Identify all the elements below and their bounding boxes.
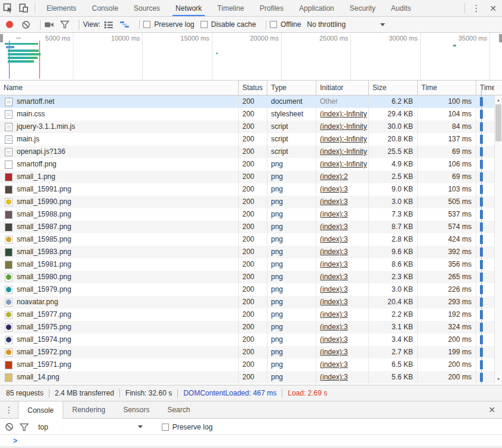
tab-sources[interactable]: Sources xyxy=(126,0,168,16)
initiator-link[interactable]: (index):2 xyxy=(320,172,348,181)
table-row[interactable]: small_15980.png200png(index):32.3 KB265 … xyxy=(0,271,494,283)
initiator-link[interactable]: (index):3 xyxy=(320,373,348,381)
drawer-close-icon[interactable]: ✕ xyxy=(482,401,502,418)
initiator-link[interactable]: (index):-Infinity xyxy=(320,135,367,143)
console-filter-icon[interactable] xyxy=(20,423,29,431)
throttling-select[interactable]: No throttling xyxy=(307,20,385,29)
table-row[interactable]: small_15990.png200png(index):33.0 KB505 … xyxy=(0,196,494,208)
initiator-link[interactable]: (index):3 xyxy=(320,323,348,331)
initiator-link[interactable]: (index):3 xyxy=(320,260,348,268)
clear-icon[interactable] xyxy=(21,20,30,29)
initiator-link[interactable]: (index):-Infinity xyxy=(320,147,367,156)
table-row[interactable]: small_14.png200png(index):35.6 KB200 ms xyxy=(0,371,494,384)
column-header-timeline[interactable]: Timeline xyxy=(476,81,494,95)
disable-cache-checkbox[interactable]: Disable cache xyxy=(201,20,256,29)
time-cell: 103 ms xyxy=(418,183,476,196)
tab-elements[interactable]: Elements xyxy=(39,0,84,16)
scroll-down-icon[interactable]: ▼ xyxy=(495,375,502,383)
column-header-status[interactable]: Status xyxy=(239,81,267,95)
tab-application[interactable]: Application xyxy=(291,0,342,16)
table-row[interactable]: small_15987.png200png(index):38.7 KB574 … xyxy=(0,221,494,233)
overview-strip[interactable]: 5000 ms10000 ms15000 ms20000 ms25000 ms3… xyxy=(0,33,502,81)
column-header-size[interactable]: Size xyxy=(369,81,418,95)
drawer-tab-rendering[interactable]: Rendering xyxy=(63,401,114,418)
column-header-name[interactable]: Name xyxy=(0,81,239,95)
preserve-log-checkbox[interactable]: Preserve log xyxy=(143,20,194,29)
checkbox[interactable] xyxy=(270,21,277,28)
table-row[interactable]: small_15981.png200png(index):38.6 KB356 … xyxy=(0,258,494,271)
tab-audits[interactable]: Audits xyxy=(383,0,418,16)
close-icon[interactable]: ✕ xyxy=(484,4,502,13)
drawer-tab-sensors[interactable]: Sensors xyxy=(114,401,158,418)
column-header-time[interactable]: Time xyxy=(418,81,476,95)
record-icon[interactable] xyxy=(6,21,13,28)
checkbox[interactable] xyxy=(143,21,150,28)
initiator-link[interactable]: (index):3 xyxy=(320,235,348,243)
initiator-link[interactable]: (index):3 xyxy=(320,298,348,306)
overview-grip-left[interactable] xyxy=(0,34,3,42)
drawer-tab-search[interactable]: Search xyxy=(158,401,199,418)
table-row[interactable]: smartoff.png200png(index):-Infinity4.9 K… xyxy=(0,158,494,171)
scroll-up-icon[interactable]: ▲ xyxy=(495,96,502,104)
console-clear-icon[interactable] xyxy=(5,422,14,431)
device-toolbar-icon[interactable] xyxy=(16,1,31,16)
offline-checkbox[interactable]: Offline xyxy=(270,20,301,29)
drawer-kebab-menu-icon[interactable]: ⋮ xyxy=(0,401,18,418)
table-row[interactable]: small_15983.png200png(index):39.6 KB392 … xyxy=(0,246,494,258)
overview-grip-right[interactable] xyxy=(499,34,502,42)
column-header-initiator[interactable]: Initiator xyxy=(316,81,369,95)
table-row[interactable]: noavatar.png200png(index):320.4 KB293 ms xyxy=(0,296,494,308)
table-row[interactable]: small_15974.png200png(index):33.4 KB200 … xyxy=(0,333,494,346)
table-row[interactable]: small_1.png200png(index):22.5 KB69 ms xyxy=(0,171,494,183)
table-row[interactable]: openapi.js?136200script(index):-Infinity… xyxy=(0,146,494,158)
initiator-link[interactable]: (index):3 xyxy=(320,210,348,218)
camera-icon[interactable] xyxy=(44,21,54,29)
table-row[interactable]: small_15979.png200png(index):33.0 KB226 … xyxy=(0,283,494,296)
table-row[interactable]: small_15975.png200png(index):33.1 KB324 … xyxy=(0,321,494,333)
table-row[interactable]: small_15972.png200png(index):32.7 KB199 … xyxy=(0,346,494,359)
table-row[interactable]: small_15988.png200png(index):37.3 KB537 … xyxy=(0,208,494,221)
table-row[interactable]: small_15991.png200png(index):39.0 KB103 … xyxy=(0,183,494,196)
initiator-link[interactable]: (index):-Infinity xyxy=(320,122,367,131)
console-preserve-log-checkbox[interactable]: Preserve log xyxy=(162,423,212,431)
column-header-type[interactable]: Type xyxy=(267,81,316,95)
request-name: smartoff.net xyxy=(17,95,54,108)
timeline-bar xyxy=(480,185,483,194)
table-row[interactable]: small_15977.png200png(index):32.2 KB192 … xyxy=(0,308,494,321)
initiator-link[interactable]: (index):3 xyxy=(320,273,348,281)
scrollbar-thumb[interactable] xyxy=(495,104,501,141)
initiator-link[interactable]: (index):-Infinity xyxy=(320,110,367,118)
initiator-link[interactable]: (index):3 xyxy=(320,335,348,344)
initiator-link[interactable]: (index):3 xyxy=(320,248,348,256)
table-row[interactable]: small_15971.png200png(index):36.5 KB200 … xyxy=(0,359,494,371)
initiator-link[interactable]: (index):3 xyxy=(320,348,348,356)
table-row[interactable]: main.js200script(index):-Infinity20.8 KB… xyxy=(0,133,494,146)
initiator-link[interactable]: (index):3 xyxy=(320,360,348,369)
list-view-icon[interactable] xyxy=(104,21,113,29)
table-row[interactable]: jquery-3.1.1.min.js200script(index):-Inf… xyxy=(0,121,494,133)
table-scrollbar[interactable]: ▲ ▼ xyxy=(494,95,502,384)
table-row[interactable]: main.css200stylesheet(index):-Infinity29… xyxy=(0,108,494,121)
initiator-link[interactable]: (index):3 xyxy=(320,223,348,231)
table-row[interactable]: smartoff.net200documentOther6.2 KB100 ms xyxy=(0,95,494,108)
checkbox[interactable] xyxy=(162,424,169,431)
initiator-link[interactable]: (index):-Infinity xyxy=(320,160,367,168)
initiator-link[interactable]: (index):3 xyxy=(320,285,348,293)
inspect-element-icon[interactable] xyxy=(0,1,16,16)
drawer-tab-console[interactable]: Console xyxy=(18,401,63,419)
table-row[interactable]: small_15985.png200png(index):32.8 KB424 … xyxy=(0,233,494,246)
tab-network[interactable]: Network xyxy=(168,0,210,16)
filter-icon[interactable] xyxy=(60,20,69,29)
initiator-link[interactable]: (index):3 xyxy=(320,185,348,193)
checkbox[interactable] xyxy=(201,21,208,28)
execution-context-select[interactable]: top xyxy=(38,423,156,431)
initiator-link[interactable]: (index):3 xyxy=(320,197,348,206)
initiator-link[interactable]: (index):3 xyxy=(320,310,348,319)
tab-security[interactable]: Security xyxy=(342,0,383,16)
waterfall-view-icon[interactable] xyxy=(119,21,130,28)
tab-profiles[interactable]: Profiles xyxy=(252,0,291,16)
kebab-menu-icon[interactable]: ⋮ xyxy=(469,3,484,14)
tab-console[interactable]: Console xyxy=(84,0,126,16)
tab-timeline[interactable]: Timeline xyxy=(210,0,252,16)
console-prompt[interactable]: > xyxy=(0,435,502,446)
